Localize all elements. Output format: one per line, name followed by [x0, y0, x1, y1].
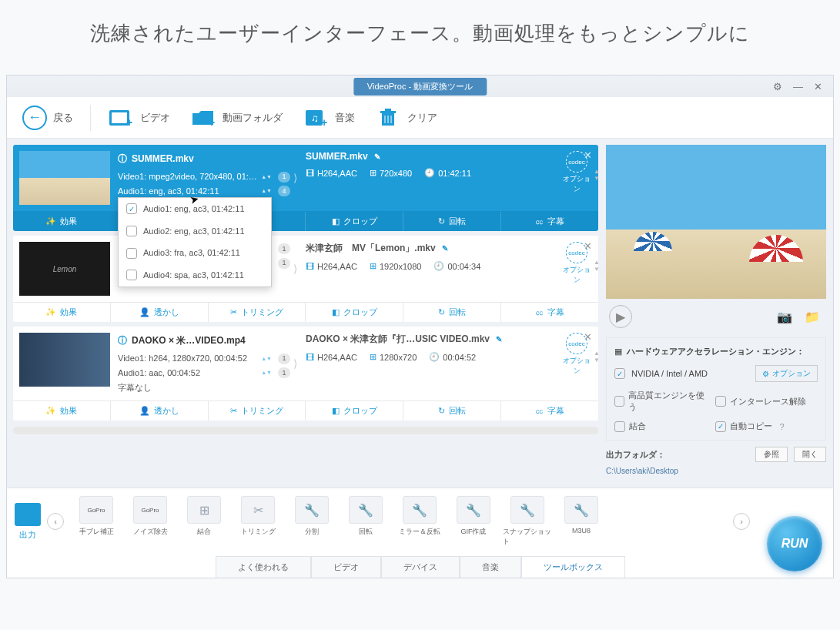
wand-icon: ✨ [45, 216, 56, 226]
checkbox-icon[interactable]: ✓ [614, 368, 625, 379]
rotate-tab[interactable]: ↻回転 [403, 401, 500, 421]
wrench-icon: 🔧 [349, 496, 383, 524]
edit-icon[interactable]: ✎ [496, 335, 502, 343]
audio-stream-line[interactable]: Audio1: aac, 00:04:52 [118, 366, 258, 380]
tab-video[interactable]: ビデオ [311, 556, 381, 578]
reorder-icon[interactable]: ▲▼ [594, 259, 600, 273]
dropdown-item[interactable]: Audio4: spa, ac3, 01:42:11 [119, 264, 271, 287]
main-toolbar: ← 戻る + ビデオ + 動画フォルダ ♫+ 音楽 クリア [7, 97, 833, 139]
tool-rotate[interactable]: 🔧回転 [340, 494, 392, 548]
out-filename: SUMMER.mkv [306, 151, 368, 162]
merge-checkbox[interactable]: 結合 [614, 421, 708, 432]
tab-toolbox[interactable]: ツールボックス [521, 556, 625, 578]
trim-tab[interactable]: ✂トリミング [208, 401, 306, 421]
tool-snapshot[interactable]: 🔧スナップショット [501, 494, 554, 548]
audio-stream-line[interactable]: Audio1: eng, ac3, 01:42:11 [118, 184, 258, 199]
window-title: VideoProc - 動画変換ツール [353, 78, 487, 96]
help-icon[interactable]: ? [779, 422, 784, 431]
tool-trim[interactable]: ✂トリミング [232, 494, 284, 548]
crop-tab[interactable]: ◧クロップ [305, 303, 403, 322]
merge-icon: ⊞ [187, 496, 221, 524]
audio-track-dropdown: ✓Audio1: eng, ac3, 01:42:11 Audio2: eng,… [118, 197, 272, 287]
film-icon: 🎞 [306, 353, 314, 362]
tab-device[interactable]: デバイス [381, 556, 460, 578]
page-tagline: 洗練されたユーザーインターフェース。動画処理をもっとシンプルに [0, 0, 840, 75]
spinner-icon[interactable]: ▲▼ [261, 368, 272, 377]
tool-m3u8[interactable]: 🔧M3U8 [555, 494, 607, 548]
open-folder-icon[interactable]: 📁 [802, 310, 823, 324]
deinterlace-checkbox[interactable]: インターレース解除 [715, 390, 808, 413]
main-area: ⓘSUMMER.mkv Video1: mpeg2video, 720x480,… [7, 139, 833, 488]
spinner-icon[interactable]: ▲▼ [261, 186, 272, 196]
watermark-tab[interactable]: 👤透かし [110, 401, 208, 421]
remove-clip-icon[interactable]: ✕ [584, 149, 592, 161]
codec-text: H264,AAC [317, 353, 357, 362]
hwaccel-option-button[interactable]: ⚙オプション [755, 365, 818, 382]
subtitle-tab[interactable]: ㏄字幕 [500, 212, 598, 231]
effect-tab[interactable]: ✨効果 [13, 401, 110, 421]
arrow-right-icon: ⟩ [293, 151, 303, 205]
clip-item[interactable]: ⓘSUMMER.mkv Video1: mpeg2video, 720x480,… [13, 145, 598, 231]
effect-tab[interactable]: ✨効果 [13, 303, 110, 322]
add-folder-button[interactable]: + 動画フォルダ [182, 103, 290, 132]
edit-icon[interactable]: ✎ [442, 244, 448, 253]
crop-tab[interactable]: ◧クロップ [305, 212, 403, 231]
rotate-tab[interactable]: ↻回転 [403, 303, 500, 322]
dropdown-item[interactable]: Audio3: fra, ac3, 01:42:11 [119, 242, 271, 264]
resolution-text: 1280x720 [380, 353, 417, 362]
horizontal-scrollbar[interactable] [13, 427, 598, 434]
rotate-icon: ↻ [438, 307, 445, 317]
scissors-icon: ✂ [230, 307, 237, 317]
reorder-icon[interactable]: ▲▼ [594, 168, 600, 182]
tab-music[interactable]: 音楽 [460, 556, 521, 578]
autocopy-checkbox[interactable]: ✓自動コピー? [715, 421, 808, 432]
effect-tab[interactable]: ✨効果 [13, 212, 110, 231]
checkbox-icon [715, 396, 726, 407]
clear-button[interactable]: クリア [367, 103, 445, 132]
subtitle-tab[interactable]: ㏄字幕 [500, 303, 598, 322]
spinner-icon[interactable]: ▲▼ [261, 354, 272, 364]
reorder-icon[interactable]: ▲▼ [594, 350, 600, 364]
run-button[interactable]: RUN [767, 516, 822, 571]
output-format-button[interactable]: 出力 [15, 503, 41, 541]
tool-mirror[interactable]: 🔧ミラー＆反転 [393, 494, 446, 548]
remove-clip-icon[interactable]: ✕ [584, 331, 592, 343]
scroll-right-button[interactable]: › [733, 513, 750, 530]
close-icon[interactable]: ✕ [814, 81, 822, 92]
spinner-icon[interactable]: ▲▼ [261, 173, 272, 182]
clip-item[interactable]: Lemon Video1: h264, 1920x1080, 00:04:34▲… [13, 236, 598, 322]
watermark-tab[interactable]: 👤透かし [110, 303, 208, 322]
remove-clip-icon[interactable]: ✕ [584, 240, 592, 252]
hq-engine-checkbox[interactable]: 高品質エンジンを使う [614, 390, 708, 413]
scroll-left-button[interactable]: ‹ [47, 513, 64, 530]
tab-popular[interactable]: よく使われる [216, 556, 311, 578]
tool-merge[interactable]: ⊞結合 [178, 494, 230, 548]
subtitle-tab[interactable]: ㏄字幕 [500, 401, 598, 421]
gopro-icon: GoPro [79, 496, 113, 524]
clip-item[interactable]: ⓘDAOKO × 米…VIDEO.mp4 Video1: h264, 1280x… [13, 327, 598, 421]
edit-icon[interactable]: ✎ [374, 152, 380, 161]
rotate-tab[interactable]: ↻回転 [403, 212, 500, 231]
trim-tab[interactable]: ✂トリミング [208, 303, 306, 322]
duration-text: 00:04:52 [443, 353, 476, 362]
open-button[interactable]: 開く [794, 447, 826, 462]
tool-stabilize[interactable]: GoPro手ブレ補正 [70, 494, 122, 548]
browse-button[interactable]: 参照 [755, 447, 788, 462]
settings-icon[interactable]: ⚙ [773, 81, 782, 92]
dropdown-item[interactable]: Audio2: eng, ac3, 01:42:11 [119, 220, 271, 243]
snapshot-icon[interactable]: 📷 [774, 310, 795, 324]
add-music-button[interactable]: ♫+ 音楽 [295, 103, 363, 132]
minimize-icon[interactable]: — [793, 81, 803, 92]
tool-split[interactable]: 🔧分割 [286, 494, 338, 548]
back-button[interactable]: ← 戻る [15, 102, 81, 133]
add-video-button[interactable]: + ビデオ [100, 103, 178, 132]
tool-denoise[interactable]: GoProノイズ除去 [124, 494, 176, 548]
crop-tab[interactable]: ◧クロップ [305, 401, 403, 421]
subtitle-icon: ㏄ [535, 307, 544, 318]
clock-icon: 🕘 [424, 168, 435, 178]
tool-gif[interactable]: 🔧GIF作成 [447, 494, 500, 548]
duration-text: 01:42:11 [438, 169, 471, 178]
output-icon [15, 503, 41, 526]
play-button[interactable]: ▶ [609, 305, 632, 328]
clear-label: クリア [407, 111, 437, 125]
